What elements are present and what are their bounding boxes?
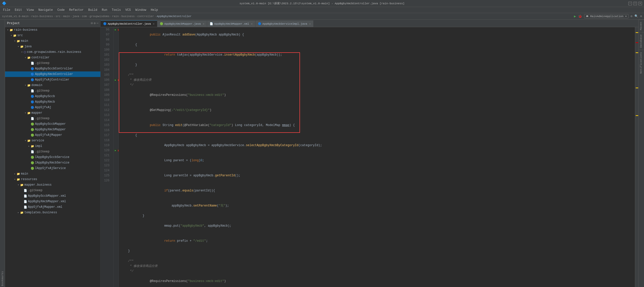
tree-item-rain-business[interactable]: ▾ 📁 rain-business	[5, 27, 100, 33]
code-line-97: {	[121, 42, 635, 47]
tree-item-main2[interactable]: ▸ 📁 main	[5, 171, 100, 177]
code-line-116: }	[121, 249, 635, 254]
tab-mapper-java[interactable]: 🟢 AppBgbyXmcbMapper.java ✕	[157, 20, 207, 27]
tab-service-impl[interactable]: 🔵 AppBgbyXmcbServiceImpl.java ✕	[255, 20, 314, 27]
bc-item-project[interactable]: system_v1.0-main	[2, 15, 29, 18]
tree-item-xmcb-xml[interactable]: ▸ 📄 AppBgbyXmcbMapper.xml	[5, 199, 100, 204]
bookmarks-panel[interactable]: Bookmarks	[0, 20, 5, 287]
maven-panel-tab[interactable]: Maven	[639, 20, 644, 32]
tree-item-templates[interactable]: ▸ 📁 templates.business	[5, 210, 100, 215]
bc-item-java[interactable]: java	[72, 15, 79, 18]
rain-admin-dropdown[interactable]: 🌧 RainAdminApplication ▾	[584, 14, 629, 18]
bookmarks-label[interactable]: Bookmarks	[1, 271, 4, 286]
menu-item-view[interactable]: View	[25, 8, 36, 12]
notifications-panel-tab[interactable]: Notifications	[639, 50, 644, 76]
sidebar-toolbar[interactable]: ⊟ ⚙ ⋯	[91, 21, 98, 25]
tree-item-resources[interactable]: ▾ 📁 resources	[5, 177, 100, 182]
menu-item-refactor[interactable]: Refactor	[67, 8, 86, 12]
menu-item-tools[interactable]: Tools	[110, 8, 123, 12]
bc-item-business[interactable]: business	[121, 15, 135, 18]
bc-item-com[interactable]: com	[82, 15, 87, 18]
breadcrumb-path: system_v1.0-main › rain-business › src ›…	[2, 15, 192, 18]
bc-item-main[interactable]: main	[63, 15, 70, 18]
sidebar-more-icon[interactable]: ⋯	[97, 21, 98, 25]
bc-item-class[interactable]: AppBgbyXmcbController	[157, 15, 192, 18]
tree-item-sjfx-service[interactable]: ▸ 🟢 IAppSjfxAjService	[5, 166, 100, 171]
tree-item-sjfx-xml[interactable]: ▸ 📄 AppSjfxAjMapper.xml	[5, 204, 100, 210]
git-icon: 📄	[24, 189, 27, 192]
tree-item-mapper[interactable]: ▾ 📁 mapper	[5, 110, 100, 116]
bc-item-src[interactable]: src	[56, 15, 61, 18]
breadcrumb-tools[interactable]: ▶ 🐞 🌧 RainAdminApplication ▾ ⚙ 🔍 ⚙	[574, 14, 642, 18]
minimize-button[interactable]: ─	[628, 2, 632, 5]
titlebar: 🔷 system_v1.0-main [E:\探索\2023.2.15\2\sy…	[0, 0, 644, 7]
tree-item-controller[interactable]: ▾ 📁 controller	[5, 55, 100, 60]
tab-mapper-xml[interactable]: 📄 AppBgbyXmcbMapper.xml ✕	[207, 20, 255, 27]
folder-icon: 📁	[10, 28, 13, 32]
debug-icon[interactable]: 🐞	[578, 14, 582, 18]
menu-item-edit[interactable]: Edit	[13, 8, 24, 12]
tree-item-sccb-domain[interactable]: ▸ 🔵 AppBgbySccb	[5, 94, 100, 99]
code-editor[interactable]: public AjaxResult addSave(AppBgbyXmcb ap…	[119, 27, 635, 287]
tree-item-gitkeep-res[interactable]: ▸ 📄 .gitkeep	[5, 188, 100, 193]
tree-item-impl[interactable]: ▸ 📁 impl	[5, 143, 100, 149]
java-file-icon: 🔵	[31, 106, 34, 109]
tree-item-package[interactable]: ▾ ⬡ com.groupwisdoms.rain.business	[5, 49, 100, 55]
tree-item-java[interactable]: ▾ 📁 java	[5, 44, 100, 49]
tree-item-xmcb-service[interactable]: ▸ 🟢 IAppBgbyXmcbService	[5, 160, 100, 166]
toolbar-icon-3[interactable]: ⚙	[640, 14, 642, 18]
toolbar-icon-1[interactable]: ⚙	[631, 14, 632, 18]
sidebar-settings-icon[interactable]: ⚙	[94, 21, 96, 25]
main-layout: Bookmarks Project ⊟ ⚙ ⋯ ▾ 📁 rain-busines…	[0, 20, 644, 287]
tree-item-gitkeep-domain[interactable]: ▸ 📄 .gitkeep	[5, 88, 100, 94]
menu-item-vcs[interactable]: VCS	[123, 8, 133, 12]
database-panel-tab[interactable]: Database	[639, 32, 644, 50]
java-file-icon: 🔵	[31, 95, 34, 98]
menu-item-navigate[interactable]: Navigate	[36, 8, 55, 12]
title-left: 🔷	[2, 1, 6, 6]
menu-item-window[interactable]: Window	[133, 8, 148, 12]
warning-mark-1	[636, 32, 638, 33]
bc-item-module[interactable]: rain-business	[31, 15, 53, 18]
menu-item-file[interactable]: File	[1, 8, 12, 12]
sidebar-collapse-icon[interactable]: ⊟	[91, 21, 93, 25]
menu-item-build[interactable]: Build	[86, 8, 99, 12]
tree-item-main[interactable]: ▾ 📁 main	[5, 38, 100, 44]
tab-close-mapper-java[interactable]: ✕	[203, 22, 204, 25]
git-icon: 📄	[31, 150, 34, 153]
tree-item-sccb-service[interactable]: ▸ 🟢 IAppBgbySccbService	[5, 154, 100, 160]
menu-item-help[interactable]: Help	[149, 8, 160, 12]
tree-item-xmcb-domain[interactable]: ▸ 🔵 AppBgbyXmcb	[5, 99, 100, 105]
bc-item-controller[interactable]: controller	[137, 15, 154, 18]
tree-item-gitkeep-ctrl[interactable]: ▸ 📄 .gitkeep	[5, 60, 100, 66]
tree-item-sccb-xml[interactable]: ▸ 📄 AppBgbySccbMapper.xml	[5, 193, 100, 199]
maximize-button[interactable]: □	[633, 2, 637, 5]
tree-item-sccb-ctrl[interactable]: ▸ 🔵 AppBgbySccbController	[5, 66, 100, 71]
tab-close-mapper-xml[interactable]: ✕	[251, 22, 253, 25]
tab-controller[interactable]: 🔵 AppBgbyXmcbController.java ✕	[101, 20, 157, 27]
bc-item-groupwisdoms[interactable]: groupwisdoms	[90, 15, 109, 18]
project-label: Project	[7, 22, 20, 25]
tree-item-mapper-business[interactable]: ▾ 📁 mapper.business	[5, 182, 100, 188]
tree-item-gitkeep-service[interactable]: ▸ 📄 .gitkeep	[5, 149, 100, 154]
menu-item-code[interactable]: Code	[55, 8, 67, 12]
run-icon[interactable]: ▶	[574, 14, 576, 18]
tab-close-service-impl[interactable]: ✕	[309, 22, 311, 25]
toolbar-icon-2[interactable]: 🔍	[634, 14, 638, 18]
title-right[interactable]: ─ □ ✕	[628, 2, 642, 5]
tree-item-sjfx-domain[interactable]: ▸ 🔵 AppSjfxAj	[5, 105, 100, 110]
tree-item-xmcb-mapper[interactable]: ▸ 🟢 AppBgbyXmcbMapper	[5, 127, 100, 132]
tree-item-xmcb-ctrl[interactable]: ▸ 🔵 AppBgbyXmcbController	[5, 71, 100, 77]
close-button[interactable]: ✕	[638, 2, 642, 5]
tree-item-src[interactable]: ▾ 📁 src	[5, 33, 100, 38]
tree-item-sjfx-mapper[interactable]: ▸ 🟢 AppSjfxAjMapper	[5, 132, 100, 138]
right-scroll-gutter[interactable]	[635, 27, 638, 287]
tree-item-service[interactable]: ▾ 📁 service	[5, 138, 100, 143]
tree-item-sccb-mapper[interactable]: ▸ 🟢 AppBgbySccbMapper	[5, 121, 100, 127]
bc-item-rain[interactable]: rain	[112, 15, 119, 18]
tree-item-domain[interactable]: ▾ 📁 domain	[5, 83, 100, 88]
tab-close-controller[interactable]: ✕	[153, 22, 155, 25]
menu-item-run[interactable]: Run	[100, 8, 109, 12]
tree-item-gitkeep-mapper[interactable]: ▸ 📄 .gitkeep	[5, 116, 100, 121]
tree-item-sjfx-ctrl[interactable]: ▸ 🔵 AppSjfxAjController	[5, 77, 100, 83]
